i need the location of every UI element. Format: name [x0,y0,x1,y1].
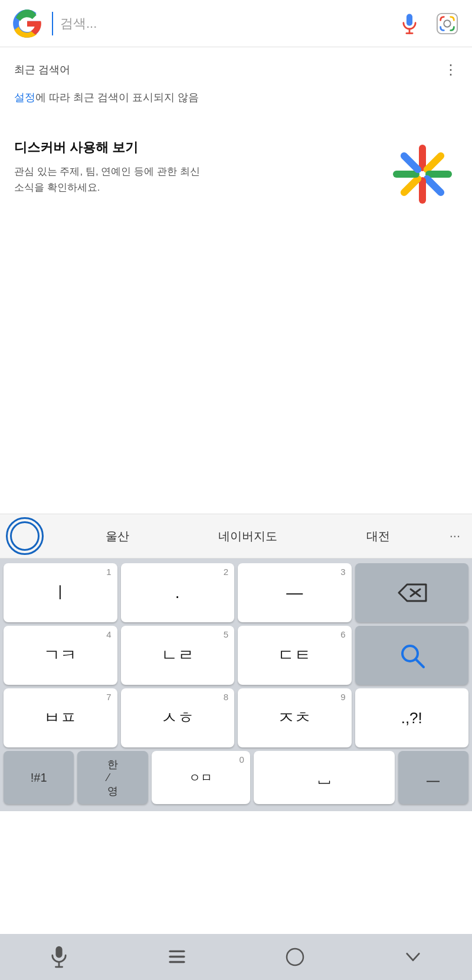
key-punct-button[interactable]: .,?! [355,688,469,747]
svg-rect-21 [169,956,185,958]
key-8-num: 8 [224,692,228,702]
discover-title: 디스커버 사용해 보기 [14,139,200,156]
more-options-icon[interactable]: ⋮ [444,61,458,78]
keyboard: 1 ㅣ 2 . 3 — 4 ㄱㅋ 5 ㄴㄹ 6 [0,558,472,811]
key-5-num: 5 [224,629,228,639]
keyboard-row-bottom: !#1 한⁄영 0 ㅇㅁ ⎵ ㅡ [4,751,468,804]
suggestions-more-button[interactable]: ··· [444,524,466,548]
key-search-button[interactable] [355,626,469,685]
nav-bar [0,934,472,980]
search-placeholder: 검색... [60,15,97,32]
key-0-num: 0 [240,754,244,765]
key-7-bp[interactable]: 7 ㅂㅍ [4,688,117,747]
key-9-label: ㅈㅊ [278,707,311,729]
key-9-jch[interactable]: 9 ㅈㅊ [238,688,352,747]
key-delete-button[interactable] [355,563,469,622]
nav-down-icon [403,947,423,967]
nav-home-icon [284,946,306,968]
nav-home-button[interactable] [271,942,319,972]
key-vowel-eu[interactable]: ㅡ [398,751,468,804]
key-6-num: 6 [340,629,345,639]
settings-message-text: 에 따라 최근 검색이 표시되지 않음 [35,92,199,103]
voice-search-button[interactable] [396,11,422,37]
key-6-dt[interactable]: 6 ㄷㅌ [238,626,352,685]
svg-line-16 [416,659,424,667]
nav-mic-button[interactable] [35,942,83,972]
svg-point-23 [287,949,303,965]
key-6-label: ㄷㅌ [278,644,311,667]
svg-rect-17 [55,946,62,958]
key-1-pipe[interactable]: 1 ㅣ [4,563,117,622]
key-2-label: . [175,583,180,602]
handwriting-inner [10,521,40,551]
keyboard-row-3: 7 ㅂㅍ 8 ㅅㅎ 9 ㅈㅊ .,?! [4,688,468,747]
key-space-icon: ⎵ [319,767,330,789]
backspace-icon [396,582,427,603]
key-space-button[interactable]: ⎵ [254,751,395,804]
keyboard-row-2: 4 ㄱㅋ 5 ㄴㄹ 6 ㄷㅌ [4,626,468,685]
key-punct-label: .,?! [401,709,422,727]
svg-point-4 [444,20,450,27]
header: 검색... [0,0,472,47]
key-1-num: 1 [106,567,111,577]
discover-section: 디스커버 사용해 보기 관심 있는 주제, 팀, 연예인 등에 관한 최신소식을… [0,122,472,226]
key-3-label: — [286,583,303,602]
key-2-num: 2 [224,567,228,577]
discover-description: 관심 있는 주제, 팀, 연예인 등에 관한 최신소식을 확인하세요. [14,164,200,195]
key-0-label: ㅇㅁ [189,770,212,786]
key-3-num: 3 [340,567,345,577]
key-special-label: !#1 [31,771,47,785]
handwriting-indicator [6,517,44,555]
svg-rect-20 [169,950,185,952]
settings-message: 설정에 따라 최근 검색이 표시되지 않음 [0,85,472,122]
suggestion-item-ulsan[interactable]: 울산 [52,524,182,549]
key-special-chars[interactable]: !#1 [4,751,74,804]
key-3-dash[interactable]: 3 — [238,563,352,622]
key-1-label: ㅣ [52,582,68,604]
discover-text: 디스커버 사용해 보기 관심 있는 주제, 팀, 연예인 등에 관한 최신소식을… [14,139,200,195]
key-4-num: 4 [106,629,111,639]
nav-back-button[interactable] [389,942,437,972]
suggestion-item-navermap[interactable]: 네이버지도 [182,524,313,549]
key-7-num: 7 [106,692,111,702]
key-8-label: ㅅㅎ [161,707,194,729]
suggestions-bar: 울산 네이버지도 대전 ··· [0,514,472,558]
key-7-label: ㅂㅍ [44,707,77,729]
recent-label: 최근 검색어 [14,63,70,77]
google-discover-logo [387,139,458,210]
google-logo-icon [12,8,42,39]
key-5-label: ㄴㄹ [161,644,194,667]
key-8-sh[interactable]: 8 ㅅㅎ [121,688,235,747]
nav-recents-button[interactable] [153,942,201,972]
search-bar[interactable]: 검색... [52,12,387,35]
nav-recents-icon [167,947,187,967]
key-lang-switch[interactable]: 한⁄영 [77,751,148,804]
header-icons [396,11,460,37]
suggestion-items: 울산 네이버지도 대전 [52,524,444,549]
suggestion-item-daejeon[interactable]: 대전 [313,524,443,549]
mic-icon [400,12,419,35]
key-vowel-label: ㅡ [425,766,441,789]
key-2-dot[interactable]: 2 . [121,563,235,622]
svg-rect-0 [407,14,412,25]
recent-searches-header: 최근 검색어 ⋮ [0,47,472,85]
key-4-gk[interactable]: 4 ㄱㅋ [4,626,117,685]
key-5-nr[interactable]: 5 ㄴㄹ [121,626,235,685]
svg-rect-22 [169,961,185,963]
key-9-num: 9 [340,692,345,702]
content-area: 최근 검색어 ⋮ 설정에 따라 최근 검색이 표시되지 않음 디스커버 사용해 … [0,47,472,561]
settings-link[interactable]: 설정 [14,92,35,103]
keyboard-row-1: 1 ㅣ 2 . 3 — [4,563,468,622]
lens-search-button[interactable] [434,11,460,37]
key-0-om[interactable]: 0 ㅇㅁ [152,751,250,804]
key-4-label: ㄱㅋ [44,644,77,667]
nav-mic-icon [48,945,70,969]
svg-rect-3 [437,13,457,33]
search-icon [398,642,425,669]
lens-icon [436,12,458,35]
key-lang-label: 한⁄영 [107,757,118,798]
